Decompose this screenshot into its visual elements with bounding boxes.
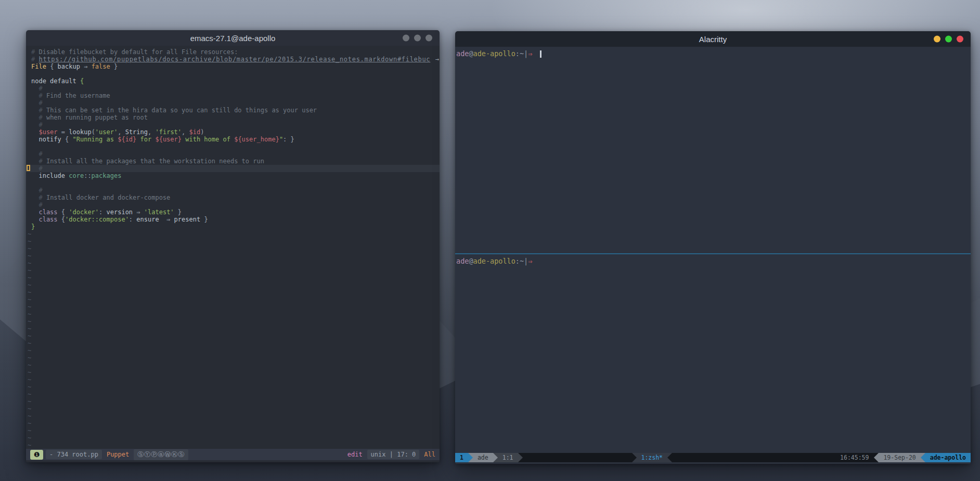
empty-line-indicator: ~ bbox=[26, 347, 440, 354]
minor-modes-icons: ⓈⓎⓅⓐⓌⓀⓈ bbox=[134, 449, 188, 460]
empty-line-indicator: ~ bbox=[26, 238, 440, 245]
powerline-arrow-icon bbox=[518, 453, 523, 462]
code-line: # Disable filebucket by default for all … bbox=[26, 48, 440, 56]
major-mode-label[interactable]: Puppet bbox=[107, 451, 129, 458]
empty-line-indicator: ~ bbox=[26, 274, 440, 281]
alacritty-window: Alacritty ade@ade-apollo:~|⇒ ade@ade-apo… bbox=[455, 31, 971, 464]
empty-line-indicator: ~ bbox=[26, 252, 440, 259]
emacs-window: emacs-27.1@ade-apollo # Disable filebuck… bbox=[26, 30, 440, 462]
empty-line-indicator: ~ bbox=[26, 325, 440, 332]
tmux-left-segment: 1:1 bbox=[498, 453, 518, 462]
empty-line-indicator: ~ bbox=[26, 289, 440, 296]
emacs-window-title: emacs-27.1@ade-apollo bbox=[190, 34, 276, 43]
terminal-body: ade@ade-apollo:~|⇒ ade@ade-apollo:~|⇒ 1a… bbox=[455, 47, 971, 464]
code-line: # bbox=[26, 201, 440, 209]
code-line: # Install all the packages that the work… bbox=[26, 158, 440, 165]
terminal-cursor bbox=[540, 50, 541, 58]
emacs-modeline: ❶ - 734 root.pp Puppet ⓈⓎⓅⓐⓌⓀⓈ edit unix… bbox=[26, 448, 440, 460]
empty-line-indicator: ~ bbox=[26, 354, 440, 361]
powerline-arrow-icon bbox=[632, 453, 637, 462]
code-line: } bbox=[26, 223, 440, 230]
code-line bbox=[26, 70, 440, 77]
alacritty-maximize-button[interactable] bbox=[945, 36, 952, 43]
tmux-hostname: ade-apollo bbox=[925, 453, 971, 462]
shell-prompt: ade@ade-apollo:~|⇒ bbox=[456, 49, 541, 58]
buffer-info: - 734 root.pp bbox=[46, 450, 102, 459]
code-line: # Find the username bbox=[26, 92, 440, 99]
empty-line-indicator: ~ bbox=[26, 281, 440, 289]
emacs-close-button[interactable] bbox=[425, 35, 432, 42]
powerline-arrow-icon bbox=[493, 453, 498, 462]
empty-line-indicator: ~ bbox=[26, 296, 440, 303]
code-line: →# https://github.com/puppetlabs/docs-ar… bbox=[26, 56, 440, 63]
code-line: # Install docker and docker-compose bbox=[26, 194, 440, 201]
code-line: # when running puppet as root bbox=[26, 114, 440, 121]
code-line: include core::packages bbox=[26, 172, 440, 179]
empty-line-indicator: ~ bbox=[26, 267, 440, 274]
code-line: # bbox=[26, 99, 440, 107]
empty-line-indicator: ~ bbox=[26, 245, 440, 252]
powerline-arrow-icon bbox=[468, 453, 473, 462]
empty-line-indicator: ~ bbox=[26, 332, 440, 340]
code-line bbox=[26, 143, 440, 150]
empty-line-indicator: ~ bbox=[26, 340, 440, 347]
alacritty-window-title: Alacritty bbox=[699, 35, 727, 44]
code-line: File { backup ⇒ false } bbox=[26, 63, 440, 70]
empty-line-indicator: ~ bbox=[26, 303, 440, 310]
empty-line-indicator: ~ bbox=[26, 376, 440, 383]
code-area[interactable]: # Disable filebucket by default for all … bbox=[26, 46, 440, 448]
code-line: # bbox=[26, 121, 440, 128]
echo-area bbox=[26, 460, 440, 462]
empty-line-indicator: ~ bbox=[26, 427, 440, 434]
tmux-date: 19-Sep-20 bbox=[879, 453, 920, 462]
empty-line-indicator: ~ bbox=[26, 310, 440, 318]
code-line: # bbox=[26, 150, 440, 158]
empty-line-indicator: ~ bbox=[26, 259, 440, 267]
powerline-arrow-icon bbox=[874, 453, 879, 462]
code-line: # This can be set in the hira data so yo… bbox=[26, 107, 440, 114]
powerline-arrow-icon bbox=[667, 453, 672, 462]
empty-line-indicator: ~ bbox=[26, 398, 440, 405]
tmux-status-bar: 1ade1:11:zsh*16:45:5919-Sep-20ade-apollo bbox=[455, 453, 971, 462]
code-line: notify { "Running as ${id} for ${user} w… bbox=[26, 136, 440, 143]
empty-line-indicator: ~ bbox=[26, 361, 440, 369]
empty-line-indicator: ~ bbox=[26, 405, 440, 412]
alacritty-minimize-button[interactable] bbox=[934, 36, 940, 43]
emacs-titlebar[interactable]: emacs-27.1@ade-apollo bbox=[26, 30, 440, 46]
tmux-bar-spacer bbox=[672, 453, 835, 462]
code-line: node default { bbox=[26, 77, 440, 85]
code-line: $user = lookup('user', String, 'first', … bbox=[26, 128, 440, 136]
edit-state-label: edit bbox=[347, 451, 363, 458]
tmux-window-tab[interactable]: 1:zsh* bbox=[637, 453, 668, 462]
tmux-bar-spacer bbox=[523, 453, 632, 462]
emacs-maximize-button[interactable] bbox=[414, 35, 421, 42]
tmux-left-segment: 1 bbox=[455, 453, 468, 462]
empty-line-indicator: ~ bbox=[26, 369, 440, 376]
alacritty-close-button[interactable] bbox=[957, 36, 963, 43]
code-line: class { 'docker': version ⇒ 'latest' } bbox=[26, 209, 440, 216]
buffer-state-icon: ❶ bbox=[30, 450, 43, 460]
empty-line-indicator: ~ bbox=[26, 420, 440, 427]
empty-line-indicator: ~ bbox=[26, 391, 440, 398]
tmux-pane-bottom[interactable]: ade@ade-apollo:~|⇒ bbox=[455, 254, 971, 453]
code-line: # bbox=[26, 187, 440, 194]
emacs-minimize-button[interactable] bbox=[403, 35, 409, 42]
tmux-clock: 16:45:59 bbox=[835, 453, 874, 462]
code-line: class {'docker::compose': ensure ⇒ prese… bbox=[26, 216, 440, 223]
code-line bbox=[26, 179, 440, 187]
emacs-body: # Disable filebucket by default for all … bbox=[26, 46, 440, 462]
tmux-pane-top[interactable]: ade@ade-apollo:~|⇒ bbox=[455, 47, 971, 253]
scroll-position-label: All bbox=[424, 451, 435, 458]
empty-line-indicator: ~ bbox=[26, 318, 440, 325]
shell-prompt: ade@ade-apollo:~|⇒ bbox=[456, 257, 532, 265]
line-truncation-icon: → bbox=[435, 56, 439, 63]
empty-line-indicator: ~ bbox=[26, 383, 440, 391]
alacritty-titlebar[interactable]: Alacritty bbox=[455, 31, 971, 47]
empty-line-indicator: ~ bbox=[26, 230, 440, 238]
code-line: # bbox=[26, 165, 440, 172]
emacs-window-buttons bbox=[403, 35, 432, 42]
encoding-position-label: unix | 17: 0 bbox=[367, 450, 420, 459]
empty-line-indicator: ~ bbox=[26, 441, 440, 448]
desktop: { "emacs": { "title": "emacs-27.1@ade-ap… bbox=[0, 0, 980, 481]
code-line: # bbox=[26, 85, 440, 92]
